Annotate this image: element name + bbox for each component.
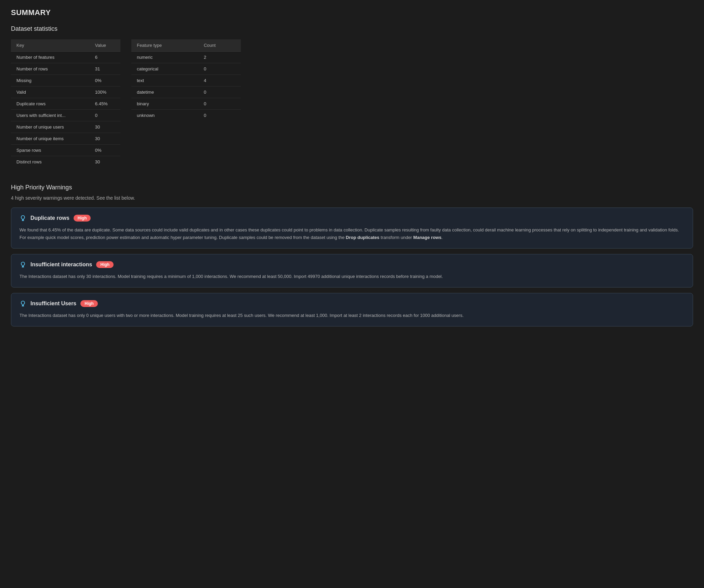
warning-body: We found that 6.45% of the data are dupl… <box>19 226 685 241</box>
drop-duplicates-link: Drop duplicates <box>346 235 379 240</box>
kv-key-cell: Duplicate rows <box>11 98 90 110</box>
warning-title: Insufficient Users <box>30 300 76 307</box>
table-row: Distinct rows 30 <box>11 156 120 168</box>
key-value-table: Key Value Number of features 6 Number of… <box>11 39 120 168</box>
high-severity-badge: High <box>74 215 91 222</box>
kv-value-cell: 30 <box>90 121 120 133</box>
ft-type-cell: categorical <box>131 63 198 75</box>
kv-value-cell: 6 <box>90 52 120 63</box>
kv-value-cell: 31 <box>90 63 120 75</box>
table-row: binary 0 <box>131 98 241 110</box>
ft-type-cell: binary <box>131 98 198 110</box>
dataset-statistics-heading: Dataset statistics <box>11 25 693 32</box>
ft-col-type: Feature type <box>131 39 198 52</box>
table-row: Number of unique users 30 <box>11 121 120 133</box>
table-row: Missing 0% <box>11 75 120 86</box>
ft-count-cell: 0 <box>198 86 241 98</box>
table-row: Number of unique items 30 <box>11 133 120 145</box>
kv-value-cell: 0% <box>90 75 120 86</box>
warnings-container: Duplicate rows High We found that 6.45% … <box>11 208 693 326</box>
kv-key-cell: Number of features <box>11 52 90 63</box>
dataset-stats-container: Key Value Number of features 6 Number of… <box>11 39 693 168</box>
warning-bulb-icon <box>19 300 26 307</box>
ft-type-cell: unknown <box>131 110 198 121</box>
warning-body: The Interactions dataset has only 30 int… <box>19 273 685 280</box>
table-row: Valid 100% <box>11 86 120 98</box>
table-row: text 4 <box>131 75 241 86</box>
kv-col-value: Value <box>90 39 120 52</box>
key-value-table-container: Key Value Number of features 6 Number of… <box>11 39 120 168</box>
table-row: datetime 0 <box>131 86 241 98</box>
feature-type-table-container: Feature type Count numeric 2 categorical… <box>131 39 241 168</box>
kv-key-cell: Distinct rows <box>11 156 90 168</box>
warnings-heading: High Priority Warnings <box>11 184 693 191</box>
warning-card-duplicate-rows: Duplicate rows High We found that 6.45% … <box>11 208 693 249</box>
warning-title: Insufficient interactions <box>30 262 92 268</box>
table-row: Number of features 6 <box>11 52 120 63</box>
kv-key-cell: Number of unique items <box>11 133 90 145</box>
warning-card-header: Insufficient interactions High <box>19 261 685 268</box>
kv-value-cell: 30 <box>90 156 120 168</box>
kv-key-cell: Sparse rows <box>11 145 90 156</box>
ft-count-cell: 2 <box>198 52 241 63</box>
warnings-section: High Priority Warnings 4 high severity w… <box>11 184 693 326</box>
kv-value-cell: 30 <box>90 133 120 145</box>
table-row: Number of rows 31 <box>11 63 120 75</box>
kv-key-cell: Missing <box>11 75 90 86</box>
kv-key-cell: Users with sufficient int... <box>11 110 90 121</box>
warning-card-insufficient-users: Insufficient Users High The Interactions… <box>11 293 693 326</box>
table-row: Users with sufficient int... 0 <box>11 110 120 121</box>
ft-type-cell: numeric <box>131 52 198 63</box>
high-severity-badge: High <box>80 300 98 307</box>
page-title: SUMMARY <box>11 8 693 17</box>
warnings-count-text: 4 high severity warnings were detected. … <box>11 195 693 201</box>
table-row: unknown 0 <box>131 110 241 121</box>
kv-value-cell: 0% <box>90 145 120 156</box>
warning-body: The Interactions dataset has only 0 uniq… <box>19 312 685 319</box>
warning-card-insufficient-interactions: Insufficient interactions High The Inter… <box>11 254 693 288</box>
ft-col-count: Count <box>198 39 241 52</box>
kv-col-key: Key <box>11 39 90 52</box>
kv-value-cell: 6.45% <box>90 98 120 110</box>
kv-key-cell: Number of unique users <box>11 121 90 133</box>
ft-count-cell: 0 <box>198 110 241 121</box>
feature-type-table: Feature type Count numeric 2 categorical… <box>131 39 241 121</box>
ft-type-cell: text <box>131 75 198 86</box>
kv-key-cell: Number of rows <box>11 63 90 75</box>
kv-value-cell: 100% <box>90 86 120 98</box>
manage-rows-link: Manage rows <box>413 235 441 240</box>
table-row: categorical 0 <box>131 63 241 75</box>
warning-bulb-icon <box>19 215 26 222</box>
high-severity-badge: High <box>96 261 114 268</box>
ft-count-cell: 0 <box>198 98 241 110</box>
ft-count-cell: 4 <box>198 75 241 86</box>
warning-card-header: Insufficient Users High <box>19 300 685 307</box>
warning-card-header: Duplicate rows High <box>19 215 685 222</box>
ft-count-cell: 0 <box>198 63 241 75</box>
warning-bulb-icon <box>19 261 26 268</box>
warning-title: Duplicate rows <box>30 215 69 221</box>
table-row: numeric 2 <box>131 52 241 63</box>
table-row: Sparse rows 0% <box>11 145 120 156</box>
kv-key-cell: Valid <box>11 86 90 98</box>
table-row: Duplicate rows 6.45% <box>11 98 120 110</box>
kv-value-cell: 0 <box>90 110 120 121</box>
ft-type-cell: datetime <box>131 86 198 98</box>
